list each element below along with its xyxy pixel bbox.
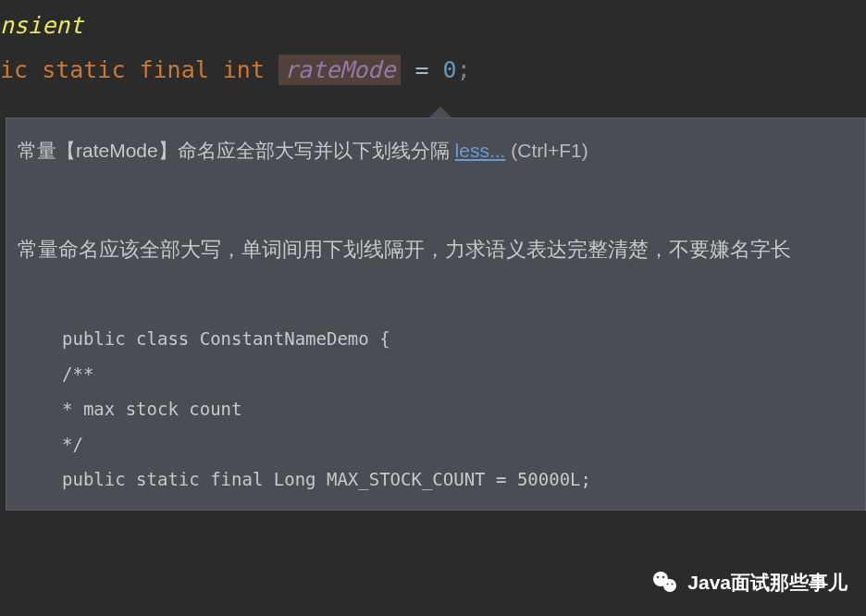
tooltip-code-line: public static final Long MAX_STOCK_COUNT…	[62, 462, 854, 497]
tooltip-description: 常量命名应该全部大写，单词间用下划线隔开，力求语义表达完整清楚，不要嫌名字长	[18, 233, 854, 265]
tooltip-arrow	[429, 106, 452, 117]
code-editor[interactable]: nsient ic static final int rateMode = 0;	[0, 0, 866, 95]
tooltip-code-line: public class ConstantNameDemo {	[62, 321, 854, 356]
highlighted-variable[interactable]: rateMode	[278, 55, 401, 85]
inspection-tooltip: 常量【rateMode】命名应全部大写并以下划线分隔 less... (Ctrl…	[6, 117, 866, 511]
watermark: Java面试那些事儿	[650, 568, 847, 598]
keyword-transient: nsient	[0, 12, 83, 39]
code-line-2: ic static final int rateMode = 0;	[0, 48, 866, 92]
number-literal: 0	[443, 56, 457, 83]
watermark-text: Java面试那些事儿	[687, 570, 847, 596]
tooltip-code-block: public class ConstantNameDemo { /** * ma…	[18, 321, 854, 497]
semicolon: ;	[457, 56, 471, 83]
keyword-modifiers: ic static final int	[0, 56, 278, 83]
svg-point-5	[672, 583, 674, 585]
tooltip-code-line: * max stock count	[62, 391, 854, 426]
tooltip-code-line: /**	[62, 356, 854, 391]
less-link[interactable]: less...	[455, 140, 506, 161]
shortcut-text: (Ctrl+F1)	[505, 140, 588, 161]
code-line-1: nsient	[0, 4, 866, 48]
svg-point-2	[662, 576, 665, 579]
svg-point-3	[663, 579, 676, 592]
svg-point-4	[667, 583, 669, 585]
svg-point-1	[657, 576, 660, 579]
tooltip-title-text: 常量【rateMode】命名应全部大写并以下划线分隔	[18, 140, 455, 161]
tooltip-code-line: */	[62, 426, 854, 462]
wechat-icon	[650, 568, 680, 598]
tooltip-title: 常量【rateMode】命名应全部大写并以下划线分隔 less... (Ctrl…	[18, 135, 854, 166]
equals-sign: =	[401, 56, 442, 83]
